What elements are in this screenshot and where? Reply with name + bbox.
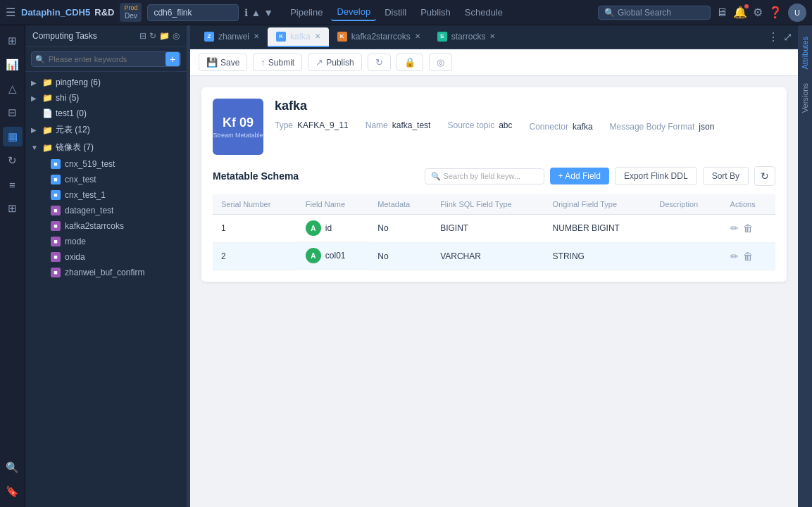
sidebar-item-cnx519test[interactable]: ■ cnx_519_test bbox=[25, 156, 187, 172]
rail-grid-icon[interactable]: ⊞ bbox=[3, 199, 23, 218]
item-label: cnx_test bbox=[65, 175, 96, 184]
publish-button[interactable]: ↗ Publish bbox=[308, 54, 361, 71]
col-header-flink-type: Flink SQL Field Type bbox=[432, 194, 544, 215]
tab-kafka2starrcoks[interactable]: K kafka2starrcoks ✕ bbox=[329, 27, 429, 47]
location-icon[interactable]: ◎ bbox=[173, 31, 180, 41]
body-format-label: Message Body Format bbox=[610, 122, 695, 132]
rail-chart-icon[interactable]: 📊 bbox=[3, 55, 23, 75]
right-panel-tab-versions[interactable]: Versions bbox=[799, 77, 811, 118]
rail-home-icon[interactable]: ⊞ bbox=[3, 31, 23, 51]
nav-develop[interactable]: Develop bbox=[331, 4, 376, 21]
notification-icon[interactable]: 🔔 bbox=[733, 6, 747, 19]
tabs-expand-icon[interactable]: ⤢ bbox=[783, 30, 792, 44]
info-icon[interactable]: ℹ bbox=[244, 7, 248, 18]
tab-close-zhanwei[interactable]: ✕ bbox=[254, 32, 259, 40]
help-icon[interactable]: ❓ bbox=[768, 6, 782, 19]
tree-group-header-yuanbiao[interactable]: ▶ 📁 元表 (12) bbox=[25, 121, 187, 139]
refresh-icon[interactable]: ↻ bbox=[149, 31, 156, 41]
search-icon: 🔍 bbox=[431, 172, 441, 181]
rail-list-icon[interactable]: ≡ bbox=[3, 175, 23, 194]
hamburger-icon[interactable]: ☰ bbox=[6, 6, 15, 19]
schema-table-head: Serial Number Field Name Metadata Flink … bbox=[213, 194, 775, 215]
right-panel: Attributes Versions bbox=[798, 25, 812, 507]
add-button[interactable]: + bbox=[165, 52, 180, 66]
sidebar-item-zhanwei[interactable]: ■ zhanwei_buf_confirm bbox=[25, 265, 187, 280]
sidebar-search-input[interactable] bbox=[31, 51, 181, 67]
chevron-down-icon[interactable]: ▼ bbox=[263, 7, 273, 18]
refresh-button[interactable]: ↻ bbox=[368, 54, 391, 71]
tab-starrocks[interactable]: S starrocks ✕ bbox=[429, 27, 504, 47]
rail-bookmark-icon[interactable]: 🔖 bbox=[3, 482, 23, 501]
sidebar-item-kafka2starrcoks[interactable]: ■ kafka2starrcoks bbox=[25, 218, 187, 234]
env-badge-top: Prod bbox=[124, 4, 137, 12]
save-button[interactable]: 💾 Save bbox=[199, 54, 247, 71]
submit-button[interactable]: ↑ Submit bbox=[253, 54, 302, 71]
breadcrumb-input[interactable] bbox=[147, 4, 239, 21]
type-label: Type bbox=[275, 120, 293, 130]
avatar[interactable]: U bbox=[788, 4, 806, 22]
col-header-actions: Actions bbox=[722, 194, 775, 215]
sidebar-item-cnxtest1[interactable]: ■ cnx_test_1 bbox=[25, 187, 187, 203]
tree-group-header-pingfeng[interactable]: ▶ 📁 pingfeng (6) bbox=[25, 75, 187, 90]
rail-alert-icon[interactable]: △ bbox=[3, 79, 23, 99]
folder-icon: 📁 bbox=[42, 143, 53, 153]
rail-layers-icon[interactable]: ⊟ bbox=[3, 103, 23, 123]
sort-by-button[interactable]: Sort By bbox=[703, 167, 749, 185]
tab-zhanwei[interactable]: Z zhanwei ✕ bbox=[196, 27, 268, 47]
sidebar-header: Computing Tasks ⊟ ↻ 📁 ◎ bbox=[25, 25, 187, 47]
col-header-description: Description bbox=[651, 194, 721, 215]
nav-pipeline[interactable]: Pipeline bbox=[285, 4, 328, 20]
type-value: KAFKA_9_11 bbox=[297, 120, 349, 130]
sidebar-title: Computing Tasks bbox=[32, 31, 137, 41]
global-search-bar[interactable]: 🔍 Global Search bbox=[598, 6, 711, 20]
sidebar-item-oxida[interactable]: ■ oxida bbox=[25, 249, 187, 265]
env-tag: R&D bbox=[94, 7, 114, 18]
delete-icon[interactable]: 🗑 bbox=[743, 251, 753, 262]
filter-icon[interactable]: ⊟ bbox=[139, 31, 146, 41]
tree-group-header-jingxiangbiao[interactable]: ▼ 📁 镜像表 (7) bbox=[25, 139, 187, 156]
rail-table-icon[interactable]: ▦ bbox=[3, 127, 23, 146]
nav-publish[interactable]: Publish bbox=[415, 4, 456, 20]
sidebar-item-cnxtest[interactable]: ■ cnx_test bbox=[25, 172, 187, 187]
refresh-schema-button[interactable]: ↻ bbox=[754, 166, 775, 186]
breadcrumb-icons: ℹ ▲ ▼ bbox=[244, 7, 273, 18]
right-panel-tab-attributes[interactable]: Attributes bbox=[799, 31, 811, 75]
location-button[interactable]: ◎ bbox=[429, 54, 452, 71]
nav-schedule[interactable]: Schedule bbox=[459, 4, 508, 20]
nav-distill[interactable]: Distill bbox=[379, 4, 412, 20]
kafka-card: Kf 09 Stream Metatable kafka Type KAFKA_… bbox=[201, 87, 787, 282]
tab-kafka[interactable]: K kafka ✕ bbox=[268, 27, 329, 47]
tab-close-starrocks[interactable]: ✕ bbox=[489, 32, 495, 40]
lock-button[interactable]: 🔒 bbox=[396, 54, 423, 71]
tab-close-kafka[interactable]: ✕ bbox=[315, 32, 320, 40]
settings-icon[interactable]: ⚙ bbox=[753, 6, 763, 19]
schema-search[interactable]: 🔍 Search by field keyw... bbox=[425, 168, 544, 184]
tree-group-header-test1[interactable]: ▶ 📄 test1 (0) bbox=[25, 106, 187, 121]
tabs-menu-icon[interactable]: ⋮ bbox=[768, 30, 779, 44]
sidebar-search-icon: 🔍 bbox=[35, 55, 45, 64]
delete-icon[interactable]: 🗑 bbox=[743, 223, 753, 234]
tab-label-kafka2starrcoks: kafka2starrcoks bbox=[351, 32, 411, 42]
tab-label-zhanwei: zhanwei bbox=[218, 32, 249, 42]
rail-search-icon[interactable]: 🔍 bbox=[3, 458, 23, 477]
monitor-icon[interactable]: 🖥 bbox=[716, 6, 727, 19]
export-flink-ddl-button[interactable]: Export Flink DDL bbox=[615, 167, 697, 185]
cell-actions-1: ✏ 🗑 bbox=[722, 215, 775, 243]
item-icon: ■ bbox=[51, 252, 61, 262]
sidebar-item-datagentest[interactable]: ■ datagen_test bbox=[25, 203, 187, 218]
edit-icon[interactable]: ✏ bbox=[730, 223, 739, 234]
edit-icon[interactable]: ✏ bbox=[730, 251, 739, 262]
rail-refresh-icon[interactable]: ↻ bbox=[3, 151, 23, 170]
chevron-up-icon[interactable]: ▲ bbox=[251, 7, 261, 18]
tree-group-header-shi[interactable]: ▶ 📁 shi (5) bbox=[25, 90, 187, 106]
table-row: 1 A id No BIGINT NUMBER BIGINT bbox=[213, 215, 775, 243]
cell-field-name-1: A id bbox=[297, 215, 370, 242]
tab-icon-zhanwei: Z bbox=[204, 32, 214, 42]
item-icon: ■ bbox=[51, 206, 61, 215]
sidebar-item-mode[interactable]: ■ mode bbox=[25, 234, 187, 249]
add-field-button[interactable]: + Add Field bbox=[550, 168, 609, 184]
cell-original-type-1: NUMBER BIGINT bbox=[544, 215, 651, 243]
tab-close-kafka2starrcoks[interactable]: ✕ bbox=[415, 32, 420, 40]
content-area: Z zhanwei ✕ K kafka ✕ K kafka2starrcoks … bbox=[190, 25, 798, 507]
folder-icon[interactable]: 📁 bbox=[159, 31, 170, 41]
